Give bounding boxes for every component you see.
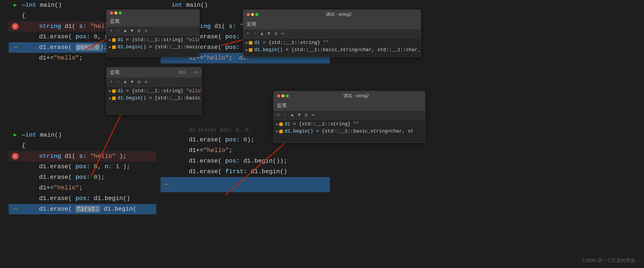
rc-highlighted-bottom: → } bbox=[160, 177, 330, 192]
down-watch-btn[interactable]: ▼ bbox=[130, 28, 134, 34]
up-watch-btn-2[interactable]: ▲ bbox=[123, 79, 127, 85]
rc-plus-hello: d1+="hello"; bbox=[160, 145, 330, 156]
window-title-tr: 调试 - string2 bbox=[326, 11, 352, 17]
bl-erase-begin: d1.erase( pos: d1.begin() bbox=[9, 193, 156, 204]
right-code-panel: d1.erase( pos: 0, n: d1.erase( pos: 0); … bbox=[160, 126, 330, 268]
watch-titlebar-br: 调试 - string2 bbox=[274, 91, 425, 101]
watch-content-2: ▶ d1 = {std::__1::string} "ello" ▶ d1.be… bbox=[106, 87, 202, 103]
watch-row-d1: ▶ d1 = {std::__1::string} "ello" bbox=[106, 36, 200, 43]
bl-header: ▶ — int main() bbox=[9, 130, 156, 140]
infinity-watch-btn[interactable]: ∞ bbox=[144, 28, 148, 34]
bl-erase-first-highlighted: → d1.erase( first: d1.begin( bbox=[9, 204, 156, 215]
watch-title-1: 监视 bbox=[106, 16, 200, 26]
watch-row-d1-2: ▶ d1 = {std::__1::string} "ello" bbox=[106, 87, 202, 95]
watch-titlebar-tr: 调试 - string2 bbox=[243, 10, 421, 19]
watch-panel-top-center: 监视 + − ▲ ▼ ⊡ ∞ ▶ d1 = {std::__1::string}… bbox=[106, 9, 200, 57]
watch-row-d1begin-br: ▶ d1.begin() = {std::__1::basic_string<c… bbox=[274, 128, 425, 135]
tr-header: int main() bbox=[160, 0, 330, 11]
add-watch-btn-2[interactable]: + bbox=[109, 79, 114, 85]
traffic-lights-br[interactable] bbox=[277, 94, 289, 97]
remove-watch-btn[interactable]: − bbox=[116, 28, 120, 34]
traffic-lights-1[interactable] bbox=[110, 11, 122, 14]
copy-watch-btn-2[interactable]: ⊡ bbox=[137, 79, 141, 85]
watch-title-tr: 监视 bbox=[243, 19, 421, 29]
remove-btn-tr[interactable]: − bbox=[253, 31, 257, 37]
copy-btn-br[interactable]: ⊡ bbox=[304, 112, 308, 118]
up-btn-tr[interactable]: ▲ bbox=[260, 31, 264, 37]
watch-content-br: ▶ d1 = {std::__1::string} "" ▶ d1.begin(… bbox=[274, 120, 425, 136]
watch-title-br: 监视 bbox=[274, 101, 425, 111]
watch-row-d1begin-2: ▶ d1.begin() = {std::__1::basic_string<c bbox=[106, 95, 202, 102]
watch-title-2: 监视 调试 - st bbox=[106, 67, 202, 78]
up-btn-br[interactable]: ▲ bbox=[290, 112, 294, 118]
add-btn-tr[interactable]: + bbox=[246, 31, 250, 37]
copy-watch-btn[interactable]: ⊡ bbox=[137, 28, 141, 34]
watch-titlebar-1 bbox=[106, 10, 200, 16]
rc-erase-pos-begin: d1.erase( pos: d1.begin()); bbox=[160, 156, 330, 166]
bottom-left-code-panel: ▶ — int main() { ✓ string d1( s: "hello"… bbox=[9, 130, 156, 268]
remove-btn-br[interactable]: − bbox=[283, 112, 288, 118]
watch-row-d1-tr: ▶ d1 = {std::__1::string} "" bbox=[243, 39, 421, 46]
up-watch-btn[interactable]: ▲ bbox=[123, 28, 127, 34]
watch-toolbar-2: + − ▲ ▼ ⊡ ∞ bbox=[106, 78, 202, 87]
watch-content-1: ▶ d1 = {std::__1::string} "ello" ▶ d1.be… bbox=[106, 35, 200, 51]
bl-plus-hello: d1+="hello"; bbox=[9, 183, 156, 193]
watch-panel-bottom-right: 调试 - string2 监视 + − ▲ ▼ ⊡ ∞ ▶ d1 = {std:… bbox=[274, 91, 425, 143]
watch-toolbar-br: + − ▲ ▼ ⊡ ∞ bbox=[274, 111, 425, 120]
bl-erase-pos: d1.erase( pos: 0); bbox=[9, 172, 156, 183]
infinity-btn-br[interactable]: ∞ bbox=[311, 112, 315, 118]
window-title-br: 调试 - string2 bbox=[343, 93, 369, 99]
watch-content-tr: ▶ d1 = {std::__1::string} "" ▶ d1.begin(… bbox=[243, 38, 421, 54]
bl-d1-init: ✓ string d1( s: "hello" ); bbox=[9, 151, 156, 162]
watch-panel-bottom-center: 监视 调试 - st + − ▲ ▼ ⊡ ∞ ▶ d1 = {std::__1:… bbox=[106, 67, 202, 115]
watch-toolbar-tr: + − ▲ ▼ ⊡ ∞ bbox=[243, 29, 421, 38]
watch-row-d1begin-tr: ▶ d1.begin() = {std::__1::basic_string<c… bbox=[243, 46, 421, 53]
watch-panel-top-right: 调试 - string2 监视 + − ▲ ▼ ⊡ ∞ ▶ d1 = {std:… bbox=[243, 9, 421, 57]
traffic-lights-tr[interactable] bbox=[247, 13, 258, 16]
rc-erase-first-begin: d1.erase( first: d1.begin() bbox=[160, 166, 330, 177]
copy-btn-tr[interactable]: ⊡ bbox=[274, 30, 278, 37]
down-btn-tr[interactable]: ▼ bbox=[267, 31, 271, 37]
add-btn-br[interactable]: + bbox=[276, 112, 280, 118]
bl-brace: { bbox=[9, 140, 156, 151]
watch-row-d1begin: ▶ d1.begin() = {std::__1::basic bbox=[106, 43, 200, 51]
infinity-btn-tr[interactable]: ∞ bbox=[280, 31, 285, 37]
add-watch-btn[interactable]: + bbox=[109, 28, 114, 34]
bl-erase-pos-n: d1.erase( pos: 0, n: 1 ); bbox=[9, 161, 156, 172]
down-watch-btn-2[interactable]: ▼ bbox=[130, 79, 134, 85]
watermark: CSDN @一个正直的男孩 bbox=[582, 257, 635, 264]
watch-toolbar-1: + − ▲ ▼ ⊡ ∞ bbox=[106, 26, 200, 35]
watch-row-d1-br: ▶ d1 = {std::__1::string} "" bbox=[274, 121, 425, 128]
remove-watch-btn-2[interactable]: − bbox=[116, 79, 120, 85]
infinity-watch-btn-2[interactable]: ∞ bbox=[144, 79, 148, 85]
code-line-header: ▶ — int main() bbox=[9, 0, 148, 11]
down-btn-br[interactable]: ▼ bbox=[297, 112, 302, 118]
